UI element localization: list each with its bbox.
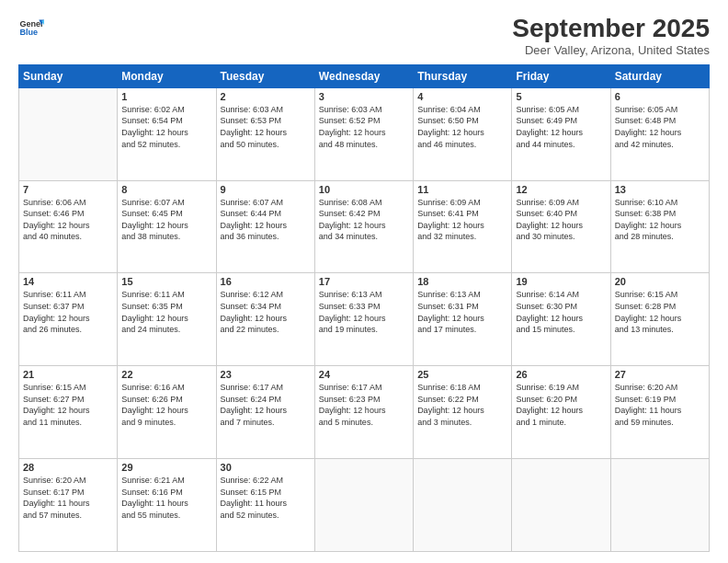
calendar-cell: 13Sunrise: 6:10 AM Sunset: 6:38 PM Dayli… (610, 180, 709, 273)
calendar-cell: 8Sunrise: 6:07 AM Sunset: 6:45 PM Daylig… (118, 180, 216, 273)
cell-info: Sunrise: 6:11 AM Sunset: 6:35 PM Dayligh… (121, 289, 211, 335)
day-number: 20 (615, 276, 705, 287)
cell-info: Sunrise: 6:13 AM Sunset: 6:31 PM Dayligh… (417, 289, 507, 335)
week-row-5: 28Sunrise: 6:20 AM Sunset: 6:17 PM Dayli… (19, 459, 710, 552)
day-header-sunday: Sunday (19, 64, 118, 87)
calendar-cell: 12Sunrise: 6:09 AM Sunset: 6:40 PM Dayli… (512, 180, 610, 273)
calendar-cell: 24Sunrise: 6:17 AM Sunset: 6:23 PM Dayli… (314, 366, 413, 459)
calendar-cell (314, 459, 413, 552)
calendar-cell (512, 459, 610, 552)
week-row-4: 21Sunrise: 6:15 AM Sunset: 6:27 PM Dayli… (19, 366, 710, 459)
day-number: 4 (417, 91, 507, 102)
day-number: 24 (319, 369, 409, 380)
day-number: 15 (121, 276, 211, 287)
calendar-cell: 30Sunrise: 6:22 AM Sunset: 6:15 PM Dayli… (216, 459, 314, 552)
day-number: 9 (221, 184, 311, 195)
days-header-row: SundayMondayTuesdayWednesdayThursdayFrid… (19, 64, 710, 87)
day-number: 30 (221, 462, 311, 473)
day-header-tuesday: Tuesday (216, 64, 314, 87)
calendar-cell: 5Sunrise: 6:05 AM Sunset: 6:49 PM Daylig… (512, 87, 610, 180)
calendar-cell: 4Sunrise: 6:04 AM Sunset: 6:50 PM Daylig… (414, 87, 512, 180)
calendar-cell: 9Sunrise: 6:07 AM Sunset: 6:44 PM Daylig… (216, 180, 314, 273)
cell-info: Sunrise: 6:06 AM Sunset: 6:46 PM Dayligh… (23, 197, 113, 243)
day-number: 17 (319, 276, 409, 287)
day-number: 28 (23, 462, 113, 473)
logo-icon: General Blue (18, 15, 44, 40)
cell-info: Sunrise: 6:02 AM Sunset: 6:54 PM Dayligh… (121, 104, 211, 150)
day-header-saturday: Saturday (610, 64, 709, 87)
calendar-cell: 3Sunrise: 6:03 AM Sunset: 6:52 PM Daylig… (314, 87, 413, 180)
cell-info: Sunrise: 6:17 AM Sunset: 6:24 PM Dayligh… (221, 382, 311, 428)
day-number: 5 (516, 91, 606, 102)
cell-info: Sunrise: 6:15 AM Sunset: 6:28 PM Dayligh… (615, 289, 705, 335)
calendar-cell: 28Sunrise: 6:20 AM Sunset: 6:17 PM Dayli… (19, 459, 118, 552)
day-number: 23 (221, 369, 311, 380)
day-number: 26 (516, 369, 606, 380)
cell-info: Sunrise: 6:05 AM Sunset: 6:49 PM Dayligh… (516, 104, 606, 150)
day-number: 12 (516, 184, 606, 195)
cell-info: Sunrise: 6:13 AM Sunset: 6:33 PM Dayligh… (319, 289, 409, 335)
cell-info: Sunrise: 6:22 AM Sunset: 6:15 PM Dayligh… (221, 475, 311, 521)
week-row-1: 1Sunrise: 6:02 AM Sunset: 6:54 PM Daylig… (19, 87, 710, 180)
day-header-wednesday: Wednesday (314, 64, 413, 87)
calendar-cell: 19Sunrise: 6:14 AM Sunset: 6:30 PM Dayli… (512, 273, 610, 366)
day-number: 10 (319, 184, 409, 195)
calendar-cell: 10Sunrise: 6:08 AM Sunset: 6:42 PM Dayli… (314, 180, 413, 273)
day-number: 21 (23, 369, 113, 380)
calendar-cell: 17Sunrise: 6:13 AM Sunset: 6:33 PM Dayli… (314, 273, 413, 366)
day-number: 14 (23, 276, 113, 287)
day-number: 11 (417, 184, 507, 195)
calendar-cell: 15Sunrise: 6:11 AM Sunset: 6:35 PM Dayli… (118, 273, 216, 366)
day-number: 19 (516, 276, 606, 287)
calendar-cell: 25Sunrise: 6:18 AM Sunset: 6:22 PM Dayli… (414, 366, 512, 459)
cell-info: Sunrise: 6:03 AM Sunset: 6:52 PM Dayligh… (319, 104, 409, 150)
header: General Blue September 2025 Deer Valley,… (18, 15, 710, 57)
day-number: 3 (319, 91, 409, 102)
cell-info: Sunrise: 6:08 AM Sunset: 6:42 PM Dayligh… (319, 197, 409, 243)
cell-info: Sunrise: 6:14 AM Sunset: 6:30 PM Dayligh… (516, 289, 606, 335)
calendar-cell: 6Sunrise: 6:05 AM Sunset: 6:48 PM Daylig… (610, 87, 709, 180)
cell-info: Sunrise: 6:18 AM Sunset: 6:22 PM Dayligh… (417, 382, 507, 428)
cell-info: Sunrise: 6:16 AM Sunset: 6:26 PM Dayligh… (121, 382, 211, 428)
calendar-cell: 21Sunrise: 6:15 AM Sunset: 6:27 PM Dayli… (19, 366, 118, 459)
cell-info: Sunrise: 6:20 AM Sunset: 6:17 PM Dayligh… (23, 475, 113, 521)
day-number: 2 (221, 91, 311, 102)
calendar-cell: 26Sunrise: 6:19 AM Sunset: 6:20 PM Dayli… (512, 366, 610, 459)
calendar-cell: 2Sunrise: 6:03 AM Sunset: 6:53 PM Daylig… (216, 87, 314, 180)
calendar-cell: 29Sunrise: 6:21 AM Sunset: 6:16 PM Dayli… (118, 459, 216, 552)
day-number: 13 (615, 184, 705, 195)
day-number: 16 (221, 276, 311, 287)
day-number: 25 (417, 369, 507, 380)
calendar-cell: 7Sunrise: 6:06 AM Sunset: 6:46 PM Daylig… (19, 180, 118, 273)
calendar-cell: 22Sunrise: 6:16 AM Sunset: 6:26 PM Dayli… (118, 366, 216, 459)
title-block: September 2025 Deer Valley, Arizona, Uni… (512, 15, 710, 57)
cell-info: Sunrise: 6:10 AM Sunset: 6:38 PM Dayligh… (615, 197, 705, 243)
calendar-cell: 16Sunrise: 6:12 AM Sunset: 6:34 PM Dayli… (216, 273, 314, 366)
cell-info: Sunrise: 6:07 AM Sunset: 6:44 PM Dayligh… (221, 197, 311, 243)
day-number: 22 (121, 369, 211, 380)
week-row-3: 14Sunrise: 6:11 AM Sunset: 6:37 PM Dayli… (19, 273, 710, 366)
day-header-friday: Friday (512, 64, 610, 87)
cell-info: Sunrise: 6:20 AM Sunset: 6:19 PM Dayligh… (615, 382, 705, 428)
day-number: 18 (417, 276, 507, 287)
day-number: 6 (615, 91, 705, 102)
day-header-thursday: Thursday (414, 64, 512, 87)
cell-info: Sunrise: 6:05 AM Sunset: 6:48 PM Dayligh… (615, 104, 705, 150)
day-header-monday: Monday (118, 64, 216, 87)
calendar-cell (414, 459, 512, 552)
cell-info: Sunrise: 6:17 AM Sunset: 6:23 PM Dayligh… (319, 382, 409, 428)
calendar-table: SundayMondayTuesdayWednesdayThursdayFrid… (18, 64, 710, 552)
calendar-cell: 11Sunrise: 6:09 AM Sunset: 6:41 PM Dayli… (414, 180, 512, 273)
page: General Blue September 2025 Deer Valley,… (0, 0, 728, 563)
day-number: 8 (121, 184, 211, 195)
calendar-cell: 20Sunrise: 6:15 AM Sunset: 6:28 PM Dayli… (610, 273, 709, 366)
day-number: 7 (23, 184, 113, 195)
svg-text:Blue: Blue (19, 28, 38, 37)
cell-info: Sunrise: 6:11 AM Sunset: 6:37 PM Dayligh… (23, 289, 113, 335)
logo: General Blue (18, 15, 44, 40)
cell-info: Sunrise: 6:21 AM Sunset: 6:16 PM Dayligh… (121, 475, 211, 521)
cell-info: Sunrise: 6:09 AM Sunset: 6:40 PM Dayligh… (516, 197, 606, 243)
day-number: 1 (121, 91, 211, 102)
location: Deer Valley, Arizona, United States (512, 43, 710, 57)
calendar-cell: 14Sunrise: 6:11 AM Sunset: 6:37 PM Dayli… (19, 273, 118, 366)
